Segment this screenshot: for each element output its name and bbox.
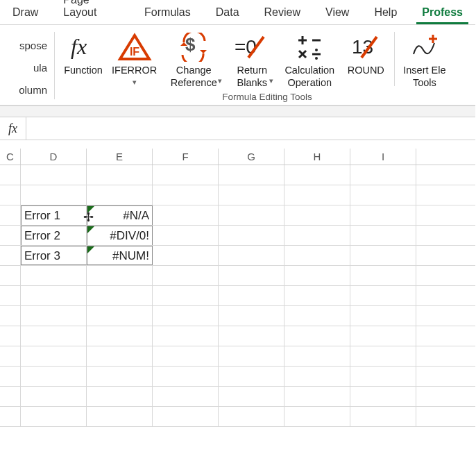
fx-icon[interactable]: fx	[0, 117, 26, 140]
cell[interactable]	[219, 205, 284, 225]
cell[interactable]	[219, 306, 284, 326]
col-header-i[interactable]: I	[350, 149, 416, 165]
cell[interactable]	[350, 407, 416, 426]
tab-review[interactable]: Review	[252, 2, 313, 24]
col-header-next[interactable]	[416, 149, 444, 165]
cell[interactable]	[219, 407, 284, 426]
cell[interactable]	[87, 286, 153, 305]
cell[interactable]	[87, 346, 153, 366]
cell[interactable]	[416, 185, 444, 205]
cell[interactable]	[87, 165, 153, 185]
cell[interactable]	[219, 387, 284, 406]
cell[interactable]	[87, 326, 153, 346]
cell[interactable]	[153, 205, 219, 225]
cell[interactable]	[219, 266, 284, 285]
cell[interactable]	[284, 205, 350, 225]
cell[interactable]	[153, 407, 219, 426]
cell[interactable]	[219, 367, 284, 386]
cell[interactable]	[153, 286, 219, 305]
cell[interactable]	[153, 367, 219, 386]
col-header-d[interactable]: D	[21, 149, 87, 165]
cell[interactable]	[153, 266, 219, 285]
function-button[interactable]: fx Function	[59, 29, 108, 89]
cell[interactable]	[416, 246, 444, 265]
tab-view[interactable]: View	[313, 2, 362, 24]
cell[interactable]	[416, 326, 444, 346]
cell[interactable]	[21, 407, 87, 426]
cell[interactable]	[219, 326, 284, 346]
cell[interactable]	[350, 185, 416, 205]
calculation-operation-button[interactable]: Calculation Operation	[278, 29, 341, 89]
cell[interactable]	[416, 306, 444, 326]
cell[interactable]	[350, 246, 416, 265]
col-header-f[interactable]: F	[153, 149, 219, 165]
cell[interactable]	[0, 185, 21, 205]
cell[interactable]	[350, 286, 416, 305]
tab-draw[interactable]: Draw	[0, 2, 51, 24]
cell[interactable]	[153, 326, 219, 346]
cell[interactable]	[219, 165, 284, 185]
iferror-button[interactable]: IF IFERROR ▾	[108, 29, 161, 89]
cell-d5[interactable]: Error 3	[21, 246, 87, 265]
tab-professor-excel[interactable]: Profess	[409, 2, 475, 24]
cell[interactable]	[0, 266, 21, 285]
cell[interactable]	[0, 367, 21, 386]
cell[interactable]	[87, 306, 153, 326]
cell[interactable]	[416, 407, 444, 426]
cell[interactable]	[284, 286, 350, 305]
cell[interactable]	[0, 387, 21, 406]
cell[interactable]	[21, 286, 87, 305]
col-header-e[interactable]: E	[87, 149, 153, 165]
col-header-c[interactable]: C	[0, 149, 21, 165]
cell[interactable]	[153, 165, 219, 185]
cell[interactable]	[284, 226, 350, 245]
cell[interactable]	[21, 306, 87, 326]
cell[interactable]	[21, 266, 87, 285]
cell[interactable]	[350, 266, 416, 285]
cell[interactable]	[416, 226, 444, 245]
cell[interactable]	[21, 165, 87, 185]
cell[interactable]	[153, 226, 219, 245]
cell[interactable]	[416, 205, 444, 225]
cell[interactable]	[284, 246, 350, 265]
cell-d3[interactable]: Error 1	[21, 205, 87, 225]
cell[interactable]	[416, 165, 444, 185]
cell[interactable]	[0, 407, 21, 426]
cell[interactable]	[416, 387, 444, 406]
cell[interactable]	[21, 185, 87, 205]
cell[interactable]	[21, 346, 87, 366]
cell[interactable]	[87, 185, 153, 205]
cell[interactable]	[284, 306, 350, 326]
cell[interactable]	[350, 205, 416, 225]
cell[interactable]	[416, 266, 444, 285]
tab-formulas[interactable]: Formulas	[132, 2, 203, 24]
cell-d4[interactable]: Error 2	[21, 226, 87, 245]
cell-e3[interactable]: #N/A ✢	[87, 205, 153, 225]
cell[interactable]	[21, 367, 87, 386]
cell[interactable]	[153, 185, 219, 205]
col-header-g[interactable]: G	[219, 149, 284, 165]
cell[interactable]	[0, 165, 21, 185]
return-blanks-button[interactable]: =0 Return Blanks ▾	[226, 29, 278, 89]
cell[interactable]	[284, 346, 350, 366]
cell[interactable]	[0, 226, 21, 245]
cell[interactable]	[21, 387, 87, 406]
cell[interactable]	[0, 346, 21, 366]
cell[interactable]	[87, 266, 153, 285]
cell[interactable]	[0, 286, 21, 305]
cell[interactable]	[416, 367, 444, 386]
cell[interactable]	[153, 246, 219, 265]
cell[interactable]	[0, 306, 21, 326]
cell[interactable]	[284, 387, 350, 406]
cell[interactable]	[284, 407, 350, 426]
cell[interactable]	[350, 367, 416, 386]
cell[interactable]	[219, 226, 284, 245]
cell[interactable]	[350, 346, 416, 366]
cell[interactable]	[350, 326, 416, 346]
tab-data[interactable]: Data	[203, 2, 252, 24]
tab-help[interactable]: Help	[362, 2, 409, 24]
cell[interactable]	[284, 266, 350, 285]
cell[interactable]	[350, 387, 416, 406]
cell[interactable]	[350, 165, 416, 185]
cell[interactable]	[284, 185, 350, 205]
